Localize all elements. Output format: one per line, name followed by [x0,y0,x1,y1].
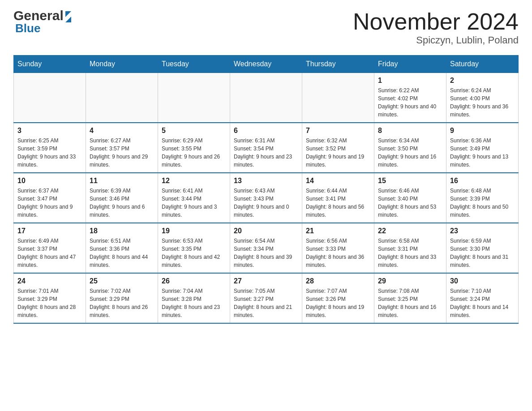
day-number: 27 [234,277,298,285]
day-info: Sunrise: 6:22 AMSunset: 4:02 PMDaylight:… [378,86,442,119]
table-row: 17Sunrise: 6:49 AMSunset: 3:37 PMDayligh… [14,223,86,273]
day-info: Sunrise: 6:46 AMSunset: 3:40 PMDaylight:… [378,187,442,219]
table-row: 24Sunrise: 7:01 AMSunset: 3:29 PMDayligh… [14,273,86,323]
table-row [302,73,374,123]
day-number: 24 [17,277,82,285]
day-info: Sunrise: 6:41 AMSunset: 3:44 PMDaylight:… [162,187,226,219]
day-info: Sunrise: 7:02 AMSunset: 3:29 PMDaylight:… [90,287,154,319]
day-info: Sunrise: 6:56 AMSunset: 3:33 PMDaylight:… [306,237,370,269]
table-row: 5Sunrise: 6:29 AMSunset: 3:55 PMDaylight… [158,123,230,173]
day-info: Sunrise: 7:01 AMSunset: 3:29 PMDaylight:… [17,287,82,319]
day-number: 8 [378,127,442,135]
calendar-week-1: 1Sunrise: 6:22 AMSunset: 4:02 PMDaylight… [14,73,519,123]
day-number: 29 [378,277,442,285]
day-number: 3 [17,127,82,135]
header-saturday: Saturday [446,56,519,73]
table-row: 18Sunrise: 6:51 AMSunset: 3:36 PMDayligh… [86,223,158,273]
table-row: 12Sunrise: 6:41 AMSunset: 3:44 PMDayligh… [158,173,230,223]
table-row: 8Sunrise: 6:34 AMSunset: 3:50 PMDaylight… [374,123,446,173]
day-info: Sunrise: 7:05 AMSunset: 3:27 PMDaylight:… [234,287,298,319]
table-row: 1Sunrise: 6:22 AMSunset: 4:02 PMDaylight… [374,73,446,123]
header-friday: Friday [374,56,446,73]
day-info: Sunrise: 7:07 AMSunset: 3:26 PMDaylight:… [306,287,370,319]
calendar-header-row: Sunday Monday Tuesday Wednesday Thursday… [14,56,519,73]
calendar-table: Sunday Monday Tuesday Wednesday Thursday… [13,55,519,324]
calendar-week-5: 24Sunrise: 7:01 AMSunset: 3:29 PMDayligh… [14,273,519,323]
day-number: 2 [450,77,515,85]
table-row: 14Sunrise: 6:44 AMSunset: 3:41 PMDayligh… [302,173,374,223]
calendar-week-4: 17Sunrise: 6:49 AMSunset: 3:37 PMDayligh… [14,223,519,273]
day-number: 19 [162,227,226,235]
table-row: 2Sunrise: 6:24 AMSunset: 4:00 PMDaylight… [446,73,519,123]
day-number: 28 [306,277,370,285]
table-row: 25Sunrise: 7:02 AMSunset: 3:29 PMDayligh… [86,273,158,323]
table-row [158,73,230,123]
day-info: Sunrise: 6:49 AMSunset: 3:37 PMDaylight:… [17,237,82,269]
day-info: Sunrise: 6:48 AMSunset: 3:39 PMDaylight:… [450,187,515,219]
table-row: 7Sunrise: 6:32 AMSunset: 3:52 PMDaylight… [302,123,374,173]
day-number: 13 [234,177,298,185]
day-info: Sunrise: 6:58 AMSunset: 3:31 PMDaylight:… [378,237,442,269]
table-row: 16Sunrise: 6:48 AMSunset: 3:39 PMDayligh… [446,173,519,223]
day-info: Sunrise: 6:36 AMSunset: 3:49 PMDaylight:… [450,137,515,169]
table-row: 30Sunrise: 7:10 AMSunset: 3:24 PMDayligh… [446,273,519,323]
day-info: Sunrise: 6:31 AMSunset: 3:54 PMDaylight:… [234,137,298,169]
day-number: 26 [162,277,226,285]
calendar-title: November 2024 [353,9,519,34]
calendar-week-2: 3Sunrise: 6:25 AMSunset: 3:59 PMDaylight… [14,123,519,173]
day-number: 16 [450,177,515,185]
table-row: 15Sunrise: 6:46 AMSunset: 3:40 PMDayligh… [374,173,446,223]
header-wednesday: Wednesday [230,56,302,73]
table-row: 11Sunrise: 6:39 AMSunset: 3:46 PMDayligh… [86,173,158,223]
table-row: 23Sunrise: 6:59 AMSunset: 3:30 PMDayligh… [446,223,519,273]
calendar-title-section: November 2024 Spiczyn, Lublin, Poland [353,9,519,46]
day-number: 15 [378,177,442,185]
day-number: 5 [162,127,226,135]
day-number: 20 [234,227,298,235]
day-number: 4 [90,127,154,135]
day-info: Sunrise: 6:43 AMSunset: 3:43 PMDaylight:… [234,187,298,219]
day-info: Sunrise: 6:34 AMSunset: 3:50 PMDaylight:… [378,137,442,169]
day-number: 23 [450,227,515,235]
day-number: 7 [306,127,370,135]
day-info: Sunrise: 6:37 AMSunset: 3:47 PMDaylight:… [17,187,82,219]
day-info: Sunrise: 7:04 AMSunset: 3:28 PMDaylight:… [162,287,226,319]
table-row [14,73,86,123]
table-row: 4Sunrise: 6:27 AMSunset: 3:57 PMDaylight… [86,123,158,173]
day-info: Sunrise: 6:27 AMSunset: 3:57 PMDaylight:… [90,137,154,169]
calendar-subtitle: Spiczyn, Lublin, Poland [353,34,519,46]
table-row: 13Sunrise: 6:43 AMSunset: 3:43 PMDayligh… [230,173,302,223]
day-number: 12 [162,177,226,185]
day-number: 14 [306,177,370,185]
day-info: Sunrise: 6:53 AMSunset: 3:35 PMDaylight:… [162,237,226,269]
header-monday: Monday [86,56,158,73]
day-info: Sunrise: 6:25 AMSunset: 3:59 PMDaylight:… [17,137,82,169]
day-number: 9 [450,127,515,135]
day-info: Sunrise: 6:59 AMSunset: 3:30 PMDaylight:… [450,237,515,269]
day-number: 6 [234,127,298,135]
table-row: 10Sunrise: 6:37 AMSunset: 3:47 PMDayligh… [14,173,86,223]
day-number: 17 [17,227,82,235]
day-info: Sunrise: 7:10 AMSunset: 3:24 PMDaylight:… [450,287,515,319]
logo-blue-text: Blue [15,21,40,35]
header-sunday: Sunday [14,56,86,73]
day-info: Sunrise: 6:39 AMSunset: 3:46 PMDaylight:… [90,187,154,219]
header-thursday: Thursday [302,56,374,73]
day-info: Sunrise: 6:51 AMSunset: 3:36 PMDaylight:… [90,237,154,269]
logo: General Blue [13,9,71,35]
table-row: 26Sunrise: 7:04 AMSunset: 3:28 PMDayligh… [158,273,230,323]
header-tuesday: Tuesday [158,56,230,73]
day-number: 1 [378,77,442,85]
table-row: 6Sunrise: 6:31 AMSunset: 3:54 PMDaylight… [230,123,302,173]
table-row: 21Sunrise: 6:56 AMSunset: 3:33 PMDayligh… [302,223,374,273]
table-row [230,73,302,123]
table-row: 22Sunrise: 6:58 AMSunset: 3:31 PMDayligh… [374,223,446,273]
day-info: Sunrise: 6:29 AMSunset: 3:55 PMDaylight:… [162,137,226,169]
table-row: 20Sunrise: 6:54 AMSunset: 3:34 PMDayligh… [230,223,302,273]
day-number: 22 [378,227,442,235]
day-number: 21 [306,227,370,235]
table-row: 27Sunrise: 7:05 AMSunset: 3:27 PMDayligh… [230,273,302,323]
day-number: 10 [17,177,82,185]
day-info: Sunrise: 6:44 AMSunset: 3:41 PMDaylight:… [306,187,370,219]
day-info: Sunrise: 6:54 AMSunset: 3:34 PMDaylight:… [234,237,298,269]
